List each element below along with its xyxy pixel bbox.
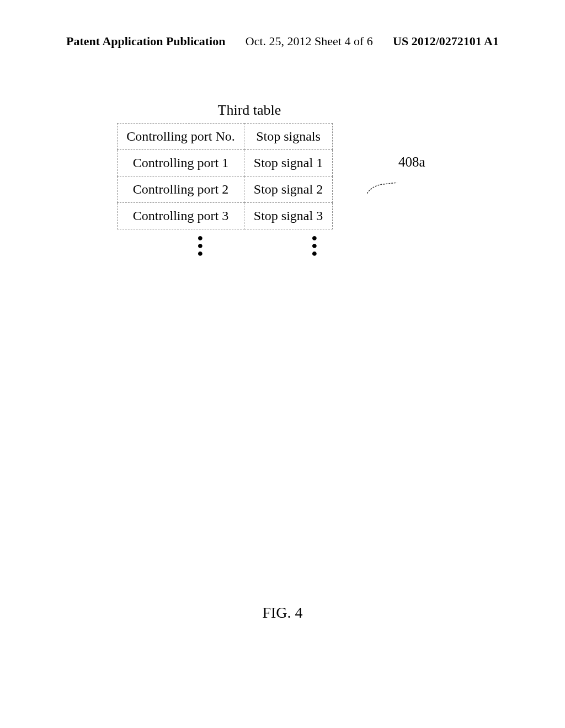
table-header-cell: Controlling port No.: [118, 124, 244, 150]
table-header-cell: Stop signals: [244, 124, 333, 150]
header-center: Oct. 25, 2012 Sheet 4 of 6: [246, 34, 373, 49]
reference-label: 408a: [398, 154, 425, 170]
table-row: Controlling port No. Stop signals: [118, 124, 333, 150]
continuation-dots-icon: ●●●: [117, 234, 262, 257]
table-cell: Stop signal 2: [244, 176, 333, 203]
header-right: US 2012/0272101 A1: [393, 34, 499, 49]
leader-line-icon: [367, 183, 411, 205]
table-cell: Controlling port 2: [118, 176, 244, 203]
figure-container: Third table Controlling port No. Stop si…: [111, 102, 454, 257]
continuation-dots-icon: ●●●: [262, 234, 367, 257]
table-row: Controlling port 2 Stop signal 2: [118, 176, 333, 203]
figure-caption: FIG. 4: [262, 604, 302, 622]
table-cell: Controlling port 3: [118, 203, 244, 229]
continuation-dots-row: ●●● ●●●: [117, 234, 454, 257]
table-cell: Stop signal 3: [244, 203, 333, 229]
page-header: Patent Application Publication Oct. 25, …: [0, 34, 565, 49]
table-row: Controlling port 3 Stop signal 3: [118, 203, 333, 229]
table-wrapper: Controlling port No. Stop signals Contro…: [117, 123, 333, 229]
header-left: Patent Application Publication: [66, 34, 225, 49]
third-table: Controlling port No. Stop signals Contro…: [117, 123, 333, 229]
table-cell: Stop signal 1: [244, 150, 333, 176]
table-row: Controlling port 1 Stop signal 1: [118, 150, 333, 176]
table-title: Third table: [45, 102, 454, 119]
table-cell: Controlling port 1: [118, 150, 244, 176]
